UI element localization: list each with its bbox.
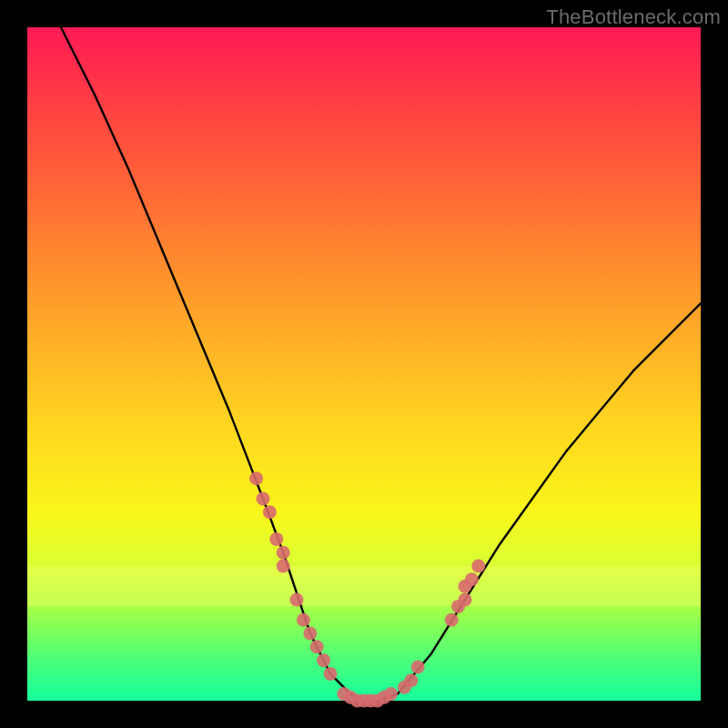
- data-marker: [303, 627, 317, 641]
- data-marker: [257, 492, 270, 506]
- data-marker: [277, 546, 290, 560]
- chart-svg: [27, 27, 701, 701]
- plot-area: [27, 27, 701, 701]
- data-marker: [249, 471, 263, 485]
- data-marker: [310, 640, 324, 653]
- data-marker: [290, 593, 304, 607]
- data-marker: [263, 505, 277, 519]
- chart-frame: TheBottleneck.com: [0, 0, 728, 728]
- data-marker: [277, 560, 290, 573]
- data-marker: [297, 613, 310, 627]
- data-marker: [445, 613, 459, 627]
- data-marker: [411, 661, 425, 674]
- data-marker: [269, 532, 283, 546]
- data-marker: [465, 572, 479, 586]
- data-marker: [317, 653, 330, 667]
- data-marker: [384, 687, 398, 701]
- watermark-text: TheBottleneck.com: [546, 5, 721, 29]
- data-marker: [324, 667, 338, 681]
- highlight-band: [27, 566, 701, 606]
- data-marker: [471, 560, 485, 573]
- data-marker: [404, 673, 418, 687]
- data-marker: [459, 593, 472, 607]
